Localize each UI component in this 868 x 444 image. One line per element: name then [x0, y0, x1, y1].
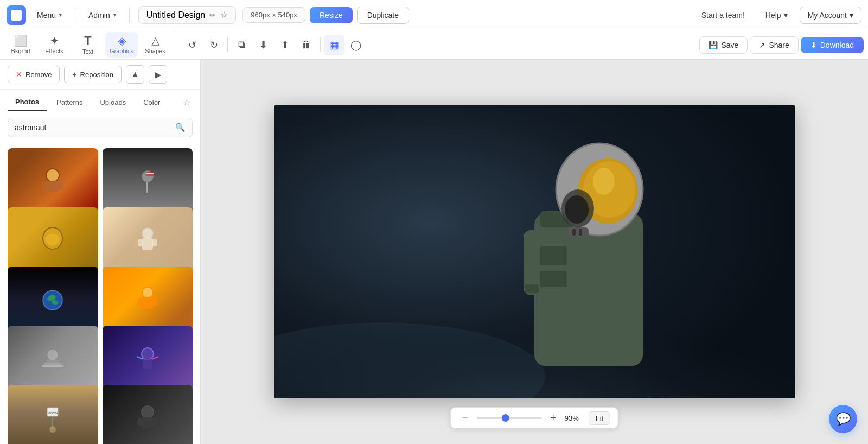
- left-nav-bar: ⬜ Bkgrnd ✦ Effects T Text ◈ Graphics △ S…: [4, 31, 176, 58]
- search-icon[interactable]: 🔍: [175, 123, 186, 132]
- svg-rect-11: [142, 238, 153, 250]
- photo-overlay-5: [8, 267, 98, 334]
- admin-label: Admin: [88, 11, 110, 20]
- delete-button[interactable]: 🗑: [296, 35, 317, 55]
- tab-uploads[interactable]: Uploads: [92, 94, 133, 110]
- admin-chevron-icon: ▾: [113, 12, 116, 18]
- app-logo[interactable]: [7, 5, 26, 25]
- photo-item[interactable]: [103, 207, 193, 275]
- svg-point-48: [593, 168, 615, 195]
- photo-overlay-2: [103, 148, 193, 216]
- svg-rect-13: [152, 239, 157, 246]
- svg-rect-24: [46, 360, 59, 363]
- svg-rect-55: [525, 284, 539, 293]
- start-team-button[interactable]: Start a team!: [693, 7, 754, 23]
- my-account-button[interactable]: My Account ▾: [800, 7, 861, 24]
- chat-icon: 💬: [836, 412, 851, 426]
- photo-overlay-1: [8, 148, 98, 216]
- graphics-label: Graphics: [110, 48, 133, 54]
- dark-astronaut-svg: [131, 402, 164, 435]
- nav-item-text[interactable]: T Text: [72, 31, 104, 58]
- photo-overlay-3: [8, 207, 98, 275]
- photo-item[interactable]: [8, 326, 98, 394]
- svg-rect-49: [567, 227, 589, 237]
- svg-point-25: [48, 350, 58, 360]
- arrange-down-button[interactable]: ⬇: [253, 35, 273, 55]
- design-title-area[interactable]: Untitled Design ✏ ☆: [138, 6, 237, 24]
- fit-button[interactable]: Fit: [589, 411, 610, 425]
- earth-svg: [36, 284, 69, 316]
- svg-point-0: [46, 169, 59, 182]
- photo-item[interactable]: [103, 148, 193, 216]
- redo-button[interactable]: ↻: [203, 35, 224, 55]
- download-button[interactable]: ⬇ Download: [801, 37, 864, 53]
- sidebar-tabs: Photos Patterns Uploads Color ☆: [0, 90, 200, 111]
- photo-item[interactable]: [103, 326, 193, 394]
- search-input[interactable]: [15, 123, 171, 132]
- duplicate-button[interactable]: Duplicate: [357, 7, 409, 24]
- bkgrnd-icon: ⬜: [14, 35, 28, 46]
- canvas-svg: [274, 105, 795, 398]
- canvas-frame[interactable]: [274, 105, 795, 398]
- zoom-slider[interactable]: [477, 417, 542, 419]
- astronaut-svg-1: [36, 166, 69, 198]
- view-grid-button[interactable]: ▦: [324, 35, 344, 55]
- nav-item-effects[interactable]: ✦ Effects: [38, 32, 71, 58]
- share-button[interactable]: ↗ Share: [750, 36, 798, 54]
- svg-point-53: [565, 195, 589, 224]
- arrange-down-icon: ⬇: [259, 39, 267, 51]
- photo-overlay-8: [103, 326, 193, 394]
- save-button[interactable]: 💾 Save: [699, 36, 748, 54]
- admin-button[interactable]: Admin ▾: [82, 8, 123, 23]
- menu-label: Menu: [37, 11, 56, 20]
- sidebar-toolbar: ✕ Remove + Reposition ▲ ▶: [0, 60, 200, 90]
- svg-rect-7: [146, 173, 154, 174]
- nav-item-bkgrnd[interactable]: ⬜ Bkgrnd: [4, 32, 37, 58]
- plus-icon: +: [72, 70, 76, 79]
- tab-patterns[interactable]: Patterns: [49, 94, 90, 110]
- view-circle-button[interactable]: ◯: [346, 35, 366, 55]
- photo-item[interactable]: [103, 385, 193, 444]
- desert-svg: MOON: [36, 402, 69, 435]
- photo-item[interactable]: [103, 267, 193, 334]
- content-area: ✕ Remove + Reposition ▲ ▶ Photos Pattern…: [0, 60, 868, 444]
- help-button[interactable]: Help ▾: [758, 7, 795, 23]
- tb-divider-2: [320, 37, 321, 53]
- photo-item[interactable]: [8, 148, 98, 216]
- tab-star-icon[interactable]: ☆: [181, 95, 193, 110]
- chat-bubble[interactable]: 💬: [829, 405, 857, 433]
- copy-button[interactable]: ⧉: [231, 35, 252, 55]
- share-label: Share: [769, 41, 789, 49]
- view-grid-icon: ▦: [330, 39, 339, 51]
- arrow-up-button[interactable]: ▲: [126, 65, 144, 84]
- svg-point-10: [142, 228, 153, 239]
- search-area: 🔍: [0, 111, 200, 144]
- svg-rect-43: [540, 271, 567, 287]
- photo-item[interactable]: [8, 267, 98, 334]
- moonlanding-svg: [131, 166, 164, 198]
- effects-label: Effects: [45, 48, 63, 54]
- svg-point-26: [142, 348, 154, 360]
- zoom-plus-button[interactable]: +: [546, 411, 560, 425]
- nav-item-graphics[interactable]: ◈ Graphics: [105, 32, 138, 58]
- top-bar: Menu ▾ Admin ▾ Untitled Design ✏ ☆ 960px…: [0, 0, 868, 30]
- remove-button[interactable]: ✕ Remove: [8, 66, 60, 83]
- arrange-up-button[interactable]: ⬆: [275, 35, 295, 55]
- undo-button[interactable]: ↺: [182, 35, 202, 55]
- lights-svg: [131, 343, 164, 376]
- reposition-button[interactable]: + Reposition: [64, 66, 122, 83]
- menu-button[interactable]: Menu ▾: [30, 8, 68, 23]
- zoom-minus-button[interactable]: −: [458, 411, 473, 425]
- tab-color[interactable]: Color: [136, 94, 168, 110]
- resize-button[interactable]: Resize: [310, 7, 353, 23]
- photo-overlay-10: [103, 385, 193, 444]
- nav-item-shapes[interactable]: △ Shapes: [139, 32, 171, 58]
- photo-item[interactable]: MOON: [8, 385, 98, 444]
- arrow-right-button[interactable]: ▶: [149, 65, 167, 84]
- photo-item[interactable]: [8, 207, 98, 275]
- svg-rect-2: [42, 182, 47, 189]
- save-label: Save: [721, 41, 738, 49]
- star-icon: ☆: [220, 10, 228, 20]
- tab-photos[interactable]: Photos: [8, 94, 47, 111]
- dimensions-area[interactable]: 960px × 540px: [242, 7, 305, 23]
